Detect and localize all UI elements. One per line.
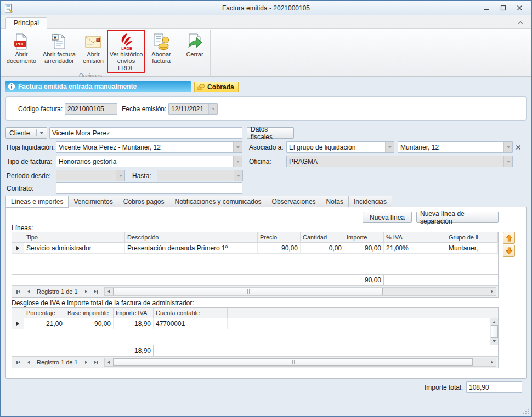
cell-grupo[interactable]: Muntaner, <box>446 243 498 253</box>
abrir-emision-button[interactable]: Abrir emisión <box>80 30 107 73</box>
scrollbar-thumb[interactable] <box>113 288 383 295</box>
scrollbar-thumb[interactable] <box>491 325 498 338</box>
col-header-grupo[interactable]: Grupo de li <box>446 232 498 242</box>
grip-icon <box>291 360 295 364</box>
tab-vencimientos[interactable]: Vencimientos <box>69 196 117 207</box>
table-row[interactable]: 21,00 90,00 18,90 47700001 <box>12 318 498 329</box>
contrato-field[interactable] <box>56 182 242 194</box>
cell-cantidad[interactable]: 0,00 <box>301 243 344 253</box>
titlebar[interactable]: Factura emitida - 2021000105 <box>1 1 531 15</box>
col-header-cuenta-contable[interactable]: Cuenta contable <box>154 308 228 318</box>
minimize-button[interactable] <box>479 3 494 13</box>
tab-incidencias[interactable]: Incidencias <box>348 196 392 207</box>
scroll-right-button[interactable] <box>488 288 496 295</box>
chevron-down-icon[interactable] <box>503 156 512 167</box>
col-header-importe-iva[interactable]: Importe IVA <box>114 308 154 318</box>
cell-base-imponible[interactable]: 90,00 <box>65 318 114 329</box>
table-row[interactable]: Servicio administrador Presentación dema… <box>12 243 498 254</box>
chevron-down-icon[interactable] <box>208 104 217 114</box>
datos-fiscales-button[interactable]: Datos fiscales <box>247 127 294 139</box>
move-line-down-button[interactable] <box>503 245 515 257</box>
scrollbar-track[interactable] <box>113 288 488 295</box>
scroll-left-button[interactable] <box>105 358 113 366</box>
importe-total-field[interactable]: 108,90 <box>466 381 522 393</box>
cliente-name-field[interactable]: Vicente Mora Perez <box>49 127 242 139</box>
cell-descripcion[interactable]: Presentación demanda Primero 1ª <box>125 243 258 253</box>
scroll-up-button[interactable] <box>490 318 498 325</box>
col-header-base-imponible[interactable]: Base imponible <box>65 308 114 318</box>
ver-historico-envios-lroe-button[interactable]: LROE Ver histórico envíos LROE <box>107 30 145 73</box>
col-header-importe[interactable]: Importe <box>344 232 384 242</box>
chevron-down-icon[interactable] <box>233 156 242 167</box>
nueva-linea-separacion-button[interactable]: Nueva línea de separación <box>416 212 499 223</box>
chevron-down-icon[interactable] <box>233 142 242 152</box>
scroll-down-button[interactable] <box>490 338 498 345</box>
horizontal-scrollbar[interactable] <box>104 358 496 367</box>
cell-filler <box>228 318 498 329</box>
fecha-emision-field[interactable]: 12/11/2021 <box>168 103 218 115</box>
lineas-label: Líneas: <box>12 224 33 232</box>
cell-importe[interactable]: 90,00 <box>344 243 384 253</box>
asociado-a-combo[interactable]: El grupo de liquidación <box>286 141 394 153</box>
tab-principal[interactable]: Principal <box>5 17 47 29</box>
col-header-precio[interactable]: Precio <box>258 232 301 242</box>
vertical-scrollbar[interactable] <box>490 318 498 345</box>
cell-porcentaje[interactable]: 21,00 <box>24 318 65 329</box>
periodo-desde-field[interactable] <box>56 170 125 181</box>
cell-precio[interactable]: 90,00 <box>258 243 301 253</box>
cliente-button[interactable]: Cliente <box>5 127 47 139</box>
hoja-liquidacion-combo[interactable]: Vicente Mora Perez - Muntaner, 12 <box>56 141 242 153</box>
abonar-factura-button[interactable]: Abonar factura <box>145 30 177 73</box>
first-record-button[interactable] <box>14 287 23 296</box>
chevron-down-icon[interactable] <box>116 170 124 181</box>
scrollbar-thumb[interactable] <box>113 358 473 366</box>
tab-notificaciones[interactable]: Notificaciones y comunicados <box>169 196 266 207</box>
abrir-documento-button[interactable]: PDF Abrir documento <box>4 30 39 73</box>
button-label: Abonar factura <box>148 51 175 65</box>
close-button[interactable] <box>512 3 527 13</box>
asociado-detalle-combo[interactable]: Muntaner, 12 <box>398 141 513 153</box>
chevron-down-icon[interactable] <box>385 142 394 152</box>
chevron-down-icon[interactable] <box>503 142 512 152</box>
abrir-factura-arrendador-button[interactable]: V Abrir factura arrendador <box>39 30 80 73</box>
next-record-button[interactable] <box>82 358 91 367</box>
cell-cuenta-contable[interactable]: 47700001 <box>154 318 228 329</box>
tab-lineas-e-importes[interactable]: Líneas e importes <box>5 196 69 208</box>
resize-grip[interactable] <box>522 408 529 415</box>
maximize-button[interactable] <box>496 3 510 13</box>
first-record-button[interactable] <box>14 358 23 367</box>
cell-tipo[interactable]: Servicio administrador <box>24 243 125 253</box>
tipo-factura-combo[interactable]: Honorarios gestoría <box>56 156 242 167</box>
tab-notas[interactable]: Notas <box>321 196 348 207</box>
prev-record-button[interactable] <box>24 358 33 367</box>
last-record-button[interactable] <box>92 358 101 367</box>
cell-iva[interactable]: 21,00% <box>384 243 446 253</box>
tab-observaciones[interactable]: Observaciones <box>267 196 321 207</box>
col-header-tipo[interactable]: Tipo <box>24 232 125 242</box>
nueva-linea-button[interactable]: Nueva línea <box>363 212 412 223</box>
col-header-iva[interactable]: % IVA <box>384 232 446 242</box>
cerrar-button[interactable]: Cerrar <box>181 30 208 68</box>
col-header-descripcion[interactable]: Descripción <box>125 232 258 242</box>
grip-icon <box>246 289 250 294</box>
move-line-up-button[interactable] <box>503 232 515 244</box>
last-record-button[interactable] <box>92 287 101 296</box>
chevron-down-icon[interactable] <box>234 170 242 181</box>
codigo-factura-field[interactable]: 2021000105 <box>65 103 117 115</box>
next-record-button[interactable] <box>82 287 91 296</box>
ribbon-buttons: PDF Abrir documento <box>4 30 177 73</box>
collapse-ribbon-button[interactable] <box>516 18 525 27</box>
scrollbar-track[interactable] <box>113 358 488 366</box>
cell-importe-iva[interactable]: 18,90 <box>114 318 154 329</box>
iva-grid: Porcentaje Base imponible Importe IVA Cu… <box>12 307 499 368</box>
col-header-cantidad[interactable]: Cantidad <box>301 232 344 242</box>
scroll-left-button[interactable] <box>105 288 113 295</box>
prev-record-button[interactable] <box>24 287 33 296</box>
oficina-combo[interactable]: PRAGMA <box>286 156 513 167</box>
periodo-hasta-field[interactable] <box>157 170 243 181</box>
clear-asociado-button[interactable] <box>514 141 523 153</box>
horizontal-scrollbar[interactable] <box>104 287 496 296</box>
tab-cobros-pagos[interactable]: Cobros pagos <box>118 196 169 207</box>
col-header-porcentaje[interactable]: Porcentaje <box>24 308 65 318</box>
scroll-right-button[interactable] <box>488 358 496 366</box>
